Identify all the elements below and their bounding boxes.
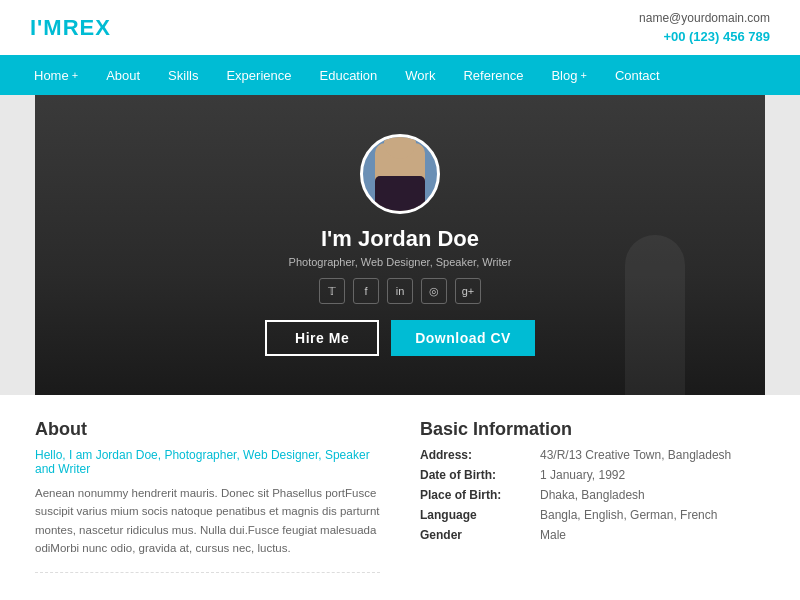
info-value-language: Bangla, English, German, French (540, 508, 717, 522)
nav-contact[interactable]: Contact (601, 55, 674, 95)
download-cv-button[interactable]: Download CV (391, 320, 535, 356)
content-section: About Hello, I am Jordan Doe, Photograph… (0, 395, 800, 600)
twitter-icon[interactable]: 𝕋 (319, 278, 345, 304)
instagram-icon[interactable]: ◎ (421, 278, 447, 304)
about-divider (35, 572, 380, 573)
hire-me-button[interactable]: Hire Me (265, 320, 379, 356)
info-value-pob: Dhaka, Bangladesh (540, 488, 645, 502)
nav-work[interactable]: Work (391, 55, 449, 95)
nav-education[interactable]: Education (306, 55, 392, 95)
info-row-dob: Date of Birth: 1 January, 1992 (420, 468, 765, 482)
logo-text-prefix: I'M (30, 15, 63, 40)
info-row-address: Address: 43/R/13 Creative Town, Banglade… (420, 448, 765, 462)
nav-home[interactable]: Home + (20, 55, 92, 95)
nav-skills[interactable]: Skills (154, 55, 212, 95)
hero-bg-figure (625, 235, 685, 395)
info-row-gender: Gender Male (420, 528, 765, 542)
info-label-address: Address: (420, 448, 540, 462)
logo: I'MREX (30, 15, 111, 41)
facebook-icon[interactable]: f (353, 278, 379, 304)
avatar-figure (375, 143, 425, 211)
info-label-language: Language (420, 508, 540, 522)
about-highlight: Hello, I am Jordan Doe, Photographer, We… (35, 448, 380, 476)
hero-buttons: Hire Me Download CV (265, 320, 535, 356)
basic-info-section: Basic Information Address: 43/R/13 Creat… (420, 419, 765, 576)
info-value-address: 43/R/13 Creative Town, Bangladesh (540, 448, 731, 462)
navigation: Home + About Skills Experience Education… (0, 55, 800, 95)
avatar-jacket (375, 176, 425, 211)
about-section: About Hello, I am Jordan Doe, Photograph… (35, 419, 380, 576)
linkedin-icon[interactable]: in (387, 278, 413, 304)
info-label-dob: Date of Birth: (420, 468, 540, 482)
about-title: About (35, 419, 380, 440)
nav-reference[interactable]: Reference (449, 55, 537, 95)
info-row-pob: Place of Birth: Dhaka, Bangladesh (420, 488, 765, 502)
info-row-language: Language Bangla, English, German, French (420, 508, 765, 522)
info-label-pob: Place of Birth: (420, 488, 540, 502)
avatar (360, 134, 440, 214)
nav-blog[interactable]: Blog + (537, 55, 600, 95)
nav-experience[interactable]: Experience (212, 55, 305, 95)
logo-text-accent: REX (63, 15, 111, 40)
header-phone: +00 (123) 456 789 (639, 27, 770, 47)
social-icons: 𝕋 f in ◎ g+ (319, 278, 481, 304)
header-email: name@yourdomain.com (639, 9, 770, 27)
info-label-gender: Gender (420, 528, 540, 542)
hero-name: I'm Jordan Doe (321, 226, 479, 252)
googleplus-icon[interactable]: g+ (455, 278, 481, 304)
about-text: Aenean nonummy hendrerit mauris. Donec s… (35, 484, 380, 558)
nav-about[interactable]: About (92, 55, 154, 95)
info-value-dob: 1 January, 1992 (540, 468, 625, 482)
hero-section: I'm Jordan Doe Photographer, Web Designe… (35, 95, 765, 395)
basic-info-title: Basic Information (420, 419, 765, 440)
hero-subtitle: Photographer, Web Designer, Speaker, Wri… (289, 256, 512, 268)
contact-info: name@yourdomain.com +00 (123) 456 789 (639, 9, 770, 47)
info-value-gender: Male (540, 528, 566, 542)
header: I'MREX name@yourdomain.com +00 (123) 456… (0, 0, 800, 55)
avatar-head (384, 134, 416, 159)
